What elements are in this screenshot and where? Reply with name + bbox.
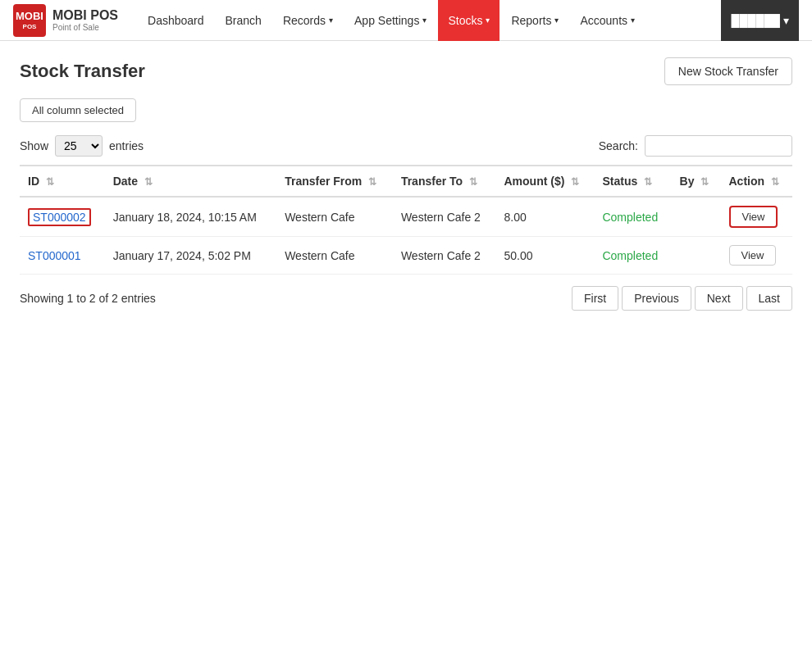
- nav-app-settings[interactable]: App Settings ▾: [344, 0, 436, 41]
- columns-select-button[interactable]: All column selected: [20, 98, 136, 122]
- view-button[interactable]: View: [729, 206, 778, 228]
- table-row: ST000001 January 17, 2024, 5:02 PM Weste…: [20, 237, 792, 275]
- row-transfer-from: Western Cafe: [276, 237, 393, 275]
- col-transfer-to[interactable]: Transfer To ⇅: [393, 166, 496, 197]
- nav-menu: Dashboard Branch Records ▾ App Settings …: [138, 0, 721, 41]
- search-box: Search:: [599, 135, 792, 157]
- app-settings-caret: ▾: [422, 16, 427, 25]
- col-id[interactable]: ID ⇅: [20, 166, 105, 197]
- row-by: [672, 197, 721, 237]
- search-input[interactable]: [645, 135, 792, 157]
- by-sort-icon: ⇅: [700, 176, 709, 188]
- col-transfer-from[interactable]: Transfer From ⇅: [276, 166, 393, 197]
- nav-reports[interactable]: Reports ▾: [501, 0, 568, 41]
- brand-text: MOBI POS Point of Sale: [52, 8, 118, 32]
- user-label: ██████: [731, 14, 780, 27]
- brand-subtitle: Point of Sale: [52, 23, 118, 32]
- row-amount: 50.00: [496, 237, 595, 275]
- user-menu[interactable]: ██████ ▾: [721, 0, 799, 41]
- showing-text: Showing 1 to 2 of 2 entries: [20, 292, 156, 305]
- page-title: Stock Transfer: [20, 61, 145, 82]
- show-entries: Show 25 10 50 100 entries: [20, 135, 144, 157]
- row-transfer-from: Western Cafe: [276, 197, 393, 237]
- row-action: View: [721, 237, 793, 275]
- nav-dashboard[interactable]: Dashboard: [138, 0, 214, 41]
- table-footer: Showing 1 to 2 of 2 entries First Previo…: [20, 286, 792, 311]
- row-amount: 8.00: [496, 197, 595, 237]
- row-status: Completed: [594, 237, 671, 275]
- pagination-previous[interactable]: Previous: [622, 286, 691, 311]
- brand-name: MOBI POS: [52, 8, 118, 23]
- brand-logo: MOBI POS: [13, 4, 46, 37]
- transfer-to-sort-icon: ⇅: [469, 176, 477, 188]
- col-status[interactable]: Status ⇅: [594, 166, 671, 197]
- row-transfer-to: Western Cafe 2: [393, 197, 496, 237]
- new-stock-transfer-button[interactable]: New Stock Transfer: [664, 57, 792, 85]
- nav-branch[interactable]: Branch: [216, 0, 271, 41]
- pagination-next[interactable]: Next: [695, 286, 743, 311]
- row-status: Completed: [594, 197, 671, 237]
- show-label: Show: [20, 139, 48, 152]
- accounts-caret: ▾: [631, 16, 635, 25]
- nav-stocks[interactable]: Stocks ▾: [438, 0, 500, 41]
- brand-logo-link[interactable]: MOBI POS MOBI POS Point of Sale: [13, 4, 118, 37]
- col-amount[interactable]: Amount ($) ⇅: [496, 166, 595, 197]
- nav-records[interactable]: Records ▾: [273, 0, 343, 41]
- search-label: Search:: [599, 139, 638, 152]
- row-date: January 17, 2024, 5:02 PM: [105, 237, 276, 275]
- reports-caret: ▾: [554, 16, 559, 25]
- pagination-first[interactable]: First: [572, 286, 618, 311]
- table-row: ST000002 January 18, 2024, 10:15 AM West…: [20, 197, 792, 237]
- col-date[interactable]: Date ⇅: [105, 166, 276, 197]
- row-transfer-to: Western Cafe 2: [393, 237, 496, 275]
- pagination: First Previous Next Last: [572, 286, 792, 311]
- entries-label: entries: [109, 139, 144, 152]
- col-action[interactable]: Action ⇅: [721, 166, 793, 197]
- nav-accounts[interactable]: Accounts ▾: [570, 0, 645, 41]
- user-caret: ▾: [783, 14, 789, 27]
- date-sort-icon: ⇅: [144, 176, 153, 188]
- records-caret: ▾: [329, 16, 333, 25]
- main-content: Stock Transfer New Stock Transfer All co…: [0, 41, 812, 327]
- col-by[interactable]: By ⇅: [672, 166, 721, 197]
- entries-select[interactable]: 25 10 50 100: [55, 135, 103, 157]
- status-sort-icon: ⇅: [644, 176, 652, 188]
- action-sort-icon: ⇅: [771, 176, 779, 188]
- page-header: Stock Transfer New Stock Transfer: [20, 57, 792, 85]
- row-by: [672, 237, 721, 275]
- transfer-from-sort-icon: ⇅: [368, 176, 376, 188]
- stock-transfer-table: ID ⇅ Date ⇅ Transfer From ⇅ Transfer To …: [20, 165, 792, 275]
- row-date: January 18, 2024, 10:15 AM: [105, 197, 276, 237]
- row-id-link[interactable]: ST000001: [28, 249, 81, 262]
- navbar: MOBI POS MOBI POS Point of Sale Dashboar…: [0, 0, 812, 41]
- amount-sort-icon: ⇅: [571, 176, 579, 188]
- row-action: View: [721, 197, 793, 237]
- stocks-caret: ▾: [486, 16, 490, 25]
- table-controls: Show 25 10 50 100 entries Search:: [20, 135, 792, 157]
- table-header-row: ID ⇅ Date ⇅ Transfer From ⇅ Transfer To …: [20, 166, 792, 197]
- pagination-last[interactable]: Last: [746, 286, 792, 311]
- id-sort-icon: ⇅: [46, 176, 54, 188]
- view-button[interactable]: View: [729, 245, 777, 266]
- row-id-link[interactable]: ST000002: [28, 208, 91, 226]
